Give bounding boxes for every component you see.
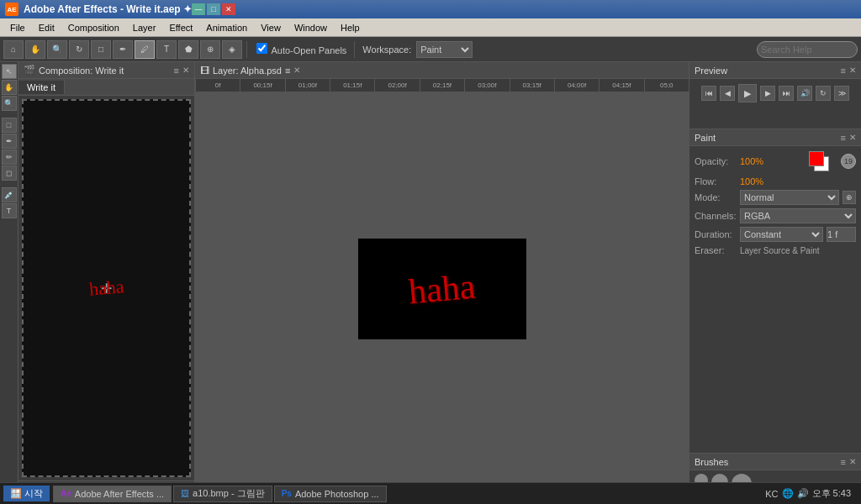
- preview-next-btn[interactable]: ▶: [760, 86, 775, 101]
- comp-panel-tabs: Write it: [18, 79, 194, 96]
- menu-layer[interactable]: Layer: [126, 21, 163, 34]
- preview-audio-btn[interactable]: 🔊: [797, 86, 812, 101]
- zoom-tool-icon[interactable]: 🔍: [2, 96, 17, 111]
- menu-help[interactable]: Help: [334, 21, 367, 34]
- comp-panel-title: Composition: Write it: [39, 66, 124, 76]
- workspace-label: Workspace:: [359, 45, 415, 55]
- taskbar-paint-item[interactable]: 🖼 a10.bmp - 그림판: [173, 486, 272, 502]
- toolbar-separator-1: [246, 41, 247, 58]
- taskbar-ae-item[interactable]: Ae Adobe After Effects ...: [53, 486, 172, 502]
- mode-select[interactable]: Normal Multiply Screen: [740, 190, 839, 205]
- brushes-panel-menu-btn[interactable]: ≡: [841, 457, 846, 467]
- title-icon: AE: [5, 3, 18, 16]
- preview-options-btn[interactable]: ≫: [834, 86, 849, 101]
- minimize-button[interactable]: —: [192, 3, 205, 15]
- paint-eraser-row: Eraser: Layer Source & Paint: [695, 245, 856, 255]
- viewer-canvas: haha: [195, 92, 689, 486]
- viewer-icon: 🎞: [200, 66, 209, 76]
- text-tool-icon[interactable]: T: [2, 203, 17, 218]
- toolbar-text-button[interactable]: T: [156, 40, 177, 59]
- rect-tool-icon[interactable]: □: [2, 118, 17, 133]
- paint-panel-menu-btn[interactable]: ≡: [841, 133, 846, 143]
- paint-panel-close-btn[interactable]: ✕: [849, 133, 856, 142]
- taskbar-start-btn[interactable]: 🪟 시작: [3, 486, 50, 501]
- menu-file[interactable]: File: [3, 21, 32, 34]
- search-help-input[interactable]: [757, 41, 858, 58]
- channels-select[interactable]: RGBA RGB Alpha: [740, 208, 856, 223]
- toolbar-rotate-button[interactable]: ↻: [69, 40, 89, 59]
- ps-app-icon: Ps: [282, 489, 292, 498]
- comp-panel-close-btn[interactable]: ✕: [182, 66, 189, 75]
- flow-value[interactable]: 100%: [740, 176, 763, 186]
- preview-play-btn[interactable]: ▶: [738, 84, 757, 102]
- auto-open-panels-checkbox[interactable]: [256, 43, 267, 54]
- taskbar-system-tray: KC 🌐 🔊 오후 5:43: [758, 487, 858, 500]
- animation-haha-text: haha: [407, 266, 477, 312]
- menu-window[interactable]: Window: [288, 21, 334, 34]
- preview-panel-menu-btn[interactable]: ≡: [841, 66, 846, 76]
- duration-select[interactable]: Constant Write On Single Frame: [740, 227, 823, 242]
- menu-edit[interactable]: Edit: [32, 21, 61, 34]
- hand-tool-icon[interactable]: ✋: [2, 80, 17, 95]
- paint-panel: Paint ≡ ✕ Opacity: 100% 19 Flow:: [689, 129, 861, 454]
- comp-panel-menu-btn[interactable]: ≡: [174, 66, 179, 76]
- viewer-panel-close-btn[interactable]: ✕: [293, 66, 300, 75]
- app-title: Adobe After Effects - Write it.aep ✦: [24, 3, 192, 15]
- toolbar-shape-button[interactable]: ⬟: [178, 40, 198, 59]
- menu-effect[interactable]: Effect: [162, 21, 199, 34]
- toolbar-pen-button[interactable]: ✒: [113, 40, 133, 59]
- menubar: File Edit Composition Layer Effect Anima…: [0, 18, 861, 37]
- preview-prev-btn[interactable]: ◀: [720, 86, 735, 101]
- toolbar-select-button[interactable]: ⊕: [200, 40, 220, 59]
- close-button[interactable]: ✕: [222, 3, 235, 15]
- ruler-tick-5: 02;15f: [420, 79, 464, 92]
- preview-first-btn[interactable]: ⏮: [701, 86, 716, 101]
- toolbar-hand-button[interactable]: ✋: [25, 40, 45, 59]
- toolbar-rect-button[interactable]: □: [91, 40, 111, 59]
- tray-network-icon: 🌐: [782, 488, 794, 499]
- brushes-panel-close-btn[interactable]: ✕: [849, 457, 856, 466]
- select-tool-icon[interactable]: ↖: [2, 64, 17, 79]
- viewer-panel-menu-btn[interactable]: ≡: [285, 66, 290, 76]
- ruler-tick-10: 05;0: [644, 79, 689, 92]
- maximize-button[interactable]: □: [207, 3, 220, 15]
- auto-open-panels-label: Auto-Open Panels: [251, 43, 350, 55]
- mode-label: Mode:: [695, 192, 737, 202]
- preview-loop-btn[interactable]: ↻: [816, 86, 831, 101]
- animation-preview-box: haha: [358, 239, 526, 339]
- menu-composition[interactable]: Composition: [61, 21, 126, 34]
- comp-animation-preview: haha: [88, 276, 125, 301]
- opacity-value[interactable]: 100%: [740, 156, 763, 166]
- opacity-label: Opacity:: [695, 156, 737, 166]
- paint-duration-row: Duration: Constant Write On Single Frame: [695, 227, 856, 242]
- duration-frames-input[interactable]: [827, 227, 856, 242]
- pen-tool-icon[interactable]: ✒: [2, 134, 17, 149]
- toolbar-brush-button[interactable]: 🖊: [135, 40, 155, 59]
- toolbar-zoom-button[interactable]: 🔍: [47, 40, 67, 59]
- eraser-label: Eraser:: [695, 245, 737, 255]
- mode-options-btn[interactable]: ⊕: [843, 191, 856, 204]
- main-toolbar: ⌂ ✋ 🔍 ↻ □ ✒ 🖊 T ⬟ ⊕ ◈ Auto-Open Panels W…: [0, 37, 861, 62]
- brushes-title: Brushes: [695, 457, 728, 467]
- viewer-panel: 🎞 Layer: Alpha.psd ≡ ✕ 0f 00;15f 01;00f …: [195, 62, 689, 504]
- brush-size-indicator[interactable]: 19: [841, 154, 856, 169]
- comp-tab-write-it[interactable]: Write it: [18, 81, 65, 94]
- right-panel: Preview ≡ ✕ ⏮ ◀ ▶ ▶ ⏭ 🔊 ↻ ≫ Paint ≡ ✕: [689, 62, 861, 504]
- preview-panel-close-btn[interactable]: ✕: [849, 66, 856, 75]
- paint-opacity-row: Opacity: 100% 19: [695, 150, 856, 173]
- toolbar-home-button[interactable]: ⌂: [3, 40, 24, 59]
- eraser-tool-icon[interactable]: ◻: [2, 165, 17, 181]
- fg-color-swatch[interactable]: [809, 151, 824, 166]
- comp-panel-icon: 🎬: [24, 65, 35, 76]
- paint-controls: Opacity: 100% 19 Flow: 100% Mode:: [689, 146, 861, 259]
- workspace-select[interactable]: Paint Standard: [416, 41, 473, 58]
- menu-view[interactable]: View: [254, 21, 288, 34]
- comp-canvas: haha ✛: [22, 99, 191, 477]
- toolbar-paint-button[interactable]: ◈: [222, 40, 242, 59]
- menu-animation[interactable]: Animation: [199, 21, 254, 34]
- brush-tool-icon[interactable]: ✏: [2, 150, 17, 165]
- eyedropper-tool-icon[interactable]: 💉: [2, 187, 17, 202]
- preview-last-btn[interactable]: ⏭: [779, 86, 794, 101]
- main-area: ↖ ✋ 🔍 □ ✒ ✏ ◻ 💉 T 🎬 Composition: Write i…: [0, 62, 861, 504]
- taskbar-ps-item[interactable]: Ps Adobe Photoshop ...: [274, 486, 387, 502]
